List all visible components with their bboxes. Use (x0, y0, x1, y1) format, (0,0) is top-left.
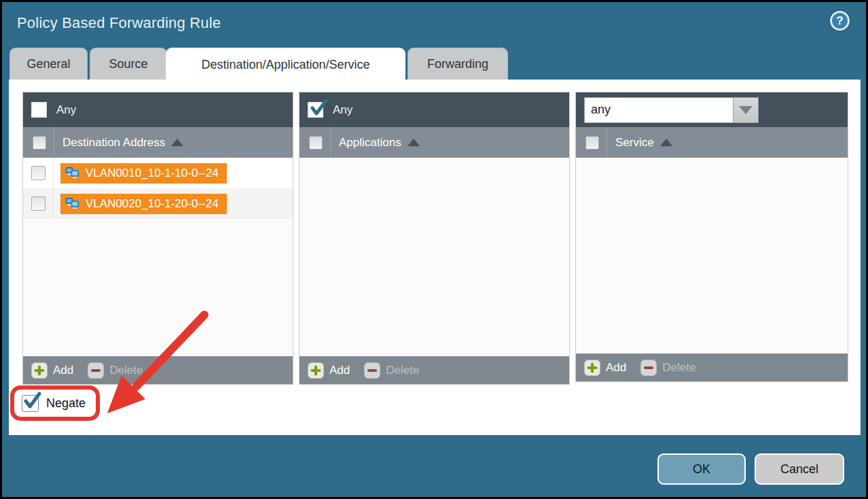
service-dropdown[interactable]: any (584, 97, 759, 123)
address-object-chip[interactable]: VLAN0010_10-1-10-0--24 (60, 163, 227, 184)
delete-button-label: Delete (109, 364, 143, 377)
ok-button[interactable]: OK (657, 453, 746, 485)
destination-address-column: Any Destination Address (22, 92, 293, 385)
help-icon-glyph: ? (836, 14, 843, 28)
applications-column: Any Applications Add D (299, 92, 570, 385)
applications-header-label: Applications (339, 136, 401, 150)
tab-das-label: Destination/Application/Service (201, 58, 369, 72)
applications-toolbar: Add Delete (300, 356, 569, 384)
tab-destination-application-service[interactable]: Destination/Application/Service (166, 48, 405, 82)
sort-asc-icon[interactable] (408, 139, 420, 146)
service-column: any Service Add (575, 92, 848, 382)
help-icon[interactable]: ? (830, 11, 850, 31)
applications-any-checkbox[interactable] (308, 102, 323, 118)
cancel-button-label: Cancel (780, 462, 818, 477)
sort-asc-icon[interactable] (660, 139, 672, 146)
tab-general-label: General (26, 57, 70, 71)
address-object-label: VLAN0020_10-1-20-0--24 (86, 197, 219, 211)
applications-list (300, 158, 569, 356)
sort-asc-icon[interactable] (171, 139, 183, 146)
plus-icon (308, 362, 324, 379)
service-dropdown-value: any (584, 97, 734, 123)
delete-button-label: Delete (386, 364, 419, 377)
dialog-titlebar: Policy Based Forwarding Rule ? (2, 2, 866, 46)
applications-header[interactable]: Applications (300, 127, 569, 158)
destination-toolbar: Add Delete (23, 356, 293, 384)
add-button-label: Add (329, 364, 350, 377)
service-select-all-checkbox[interactable] (585, 136, 599, 150)
destination-any-bar: Any (23, 92, 293, 127)
destination-any-checkbox[interactable] (31, 102, 47, 118)
applications-select-all-checkbox[interactable] (309, 136, 323, 150)
service-header[interactable]: Service (576, 127, 848, 158)
row-checkbox[interactable] (31, 166, 46, 180)
service-dropdown-button[interactable] (734, 97, 759, 123)
ok-button-label: OK (693, 462, 710, 477)
add-button[interactable]: Add (584, 360, 626, 376)
destination-any-label: Any (56, 103, 76, 117)
delete-button-label: Delete (662, 361, 695, 375)
negate-annotation-box: Negate (10, 385, 100, 421)
service-any-bar: any (576, 92, 848, 127)
dialog-title: Policy Based Forwarding Rule (17, 14, 221, 32)
table-row[interactable]: VLAN0010_10-1-10-0--24 (23, 158, 293, 188)
service-toolbar: Add Delete (576, 354, 848, 381)
minus-icon (364, 362, 380, 379)
add-button[interactable]: Add (308, 362, 350, 379)
tab-source-label: Source (109, 57, 147, 71)
delete-button[interactable]: Delete (88, 362, 143, 379)
add-button-label: Add (606, 361, 626, 375)
chevron-down-icon (739, 106, 753, 114)
plus-icon (31, 362, 48, 379)
pbf-rule-dialog: Policy Based Forwarding Rule ? General S… (0, 0, 868, 499)
destination-select-all-checkbox[interactable] (33, 136, 46, 150)
minus-icon (640, 360, 657, 376)
plus-icon (584, 360, 600, 376)
tab-forwarding-label: Forwarding (427, 57, 488, 71)
service-list (576, 158, 848, 354)
network-address-icon (65, 198, 79, 209)
destination-address-list: VLAN0010_10-1-10-0--24 (23, 158, 293, 356)
applications-any-label: Any (333, 103, 352, 117)
address-object-label: VLAN0010_10-1-10-0--24 (86, 167, 219, 180)
tab-forwarding[interactable]: Forwarding (408, 48, 507, 80)
checkmark-icon (310, 99, 327, 118)
negate-checkbox[interactable] (22, 395, 39, 412)
applications-any-bar: Any (300, 92, 569, 127)
tab-content-panel: Any Destination Address (9, 80, 861, 435)
destination-address-header[interactable]: Destination Address (23, 127, 293, 158)
service-header-label: Service (615, 136, 654, 150)
tab-general[interactable]: General (10, 48, 87, 80)
add-button-label: Add (53, 364, 73, 377)
table-row[interactable]: VLAN0020_10-1-20-0--24 (23, 188, 293, 219)
delete-button[interactable]: Delete (364, 362, 419, 379)
network-address-icon (65, 167, 79, 179)
checkmark-icon (23, 392, 41, 411)
delete-button[interactable]: Delete (640, 360, 695, 376)
destination-address-header-label: Destination Address (62, 136, 165, 150)
row-checkbox[interactable] (31, 196, 46, 211)
minus-icon (88, 362, 104, 379)
negate-label: Negate (46, 396, 86, 411)
add-button[interactable]: Add (31, 362, 73, 379)
cancel-button[interactable]: Cancel (755, 453, 844, 485)
tab-source[interactable]: Source (90, 48, 166, 80)
address-object-chip[interactable]: VLAN0020_10-1-20-0--24 (60, 194, 227, 214)
